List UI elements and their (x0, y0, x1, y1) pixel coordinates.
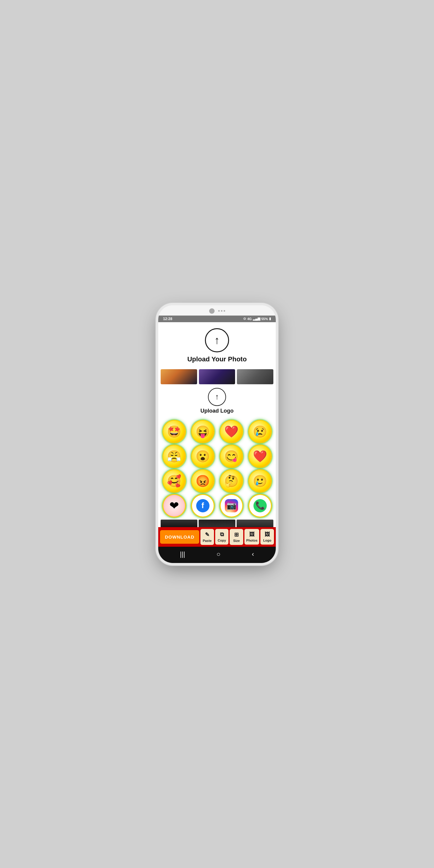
app-content: ↑ Upload Your Photo ↑ Upload Logo 🤩 😝 ❤️… (158, 322, 276, 527)
copy-label: Copy (218, 538, 226, 542)
photos-icon: 🖼 (249, 531, 255, 538)
paste-label: Paste (203, 539, 212, 542)
whatsapp-icon: 📞 (253, 499, 267, 513)
bottom-strip-2[interactable] (198, 520, 236, 527)
photo-thumb-3[interactable] (237, 369, 273, 384)
emoji-item-16[interactable]: 📞 (249, 495, 271, 517)
emoji-item-6[interactable]: 😮 (192, 445, 214, 467)
copy-button[interactable]: ⧉ Copy (215, 529, 229, 545)
camera-icon (209, 308, 215, 314)
upload-arrow-icon: ↑ (214, 335, 220, 346)
paste-button[interactable]: ✎ Paste (200, 529, 214, 545)
upload-photo-section: ↑ Upload Your Photo (158, 322, 276, 369)
status-bar: 12:28 ⊙ 4G ▂▄▆ 55% ▮ (158, 315, 276, 322)
emoji-grid: 🤩 😝 ❤️ 😢 😤 😮 😋 ❤️ 🥰 😡 🤔 🥲 ❤ f 📷 📞 (158, 421, 276, 520)
emoji-item-1[interactable]: 🤩 (163, 421, 185, 442)
photos-label: Photos (246, 538, 257, 542)
size-label: Size (233, 539, 240, 542)
copy-icon: ⧉ (220, 531, 224, 538)
emoji-item-4[interactable]: 😢 (249, 421, 271, 442)
logo-icon: 🖼 (265, 531, 270, 538)
emoji-item-13[interactable]: ❤ (163, 495, 185, 517)
time: 12:28 (163, 317, 173, 321)
bottom-toolbar: DOWNLOAD ✎ Paste ⧉ Copy ⊞ Size 🖼 Photos … (158, 527, 276, 547)
upload-photo-button[interactable]: ↑ (205, 328, 229, 352)
upload-logo-button[interactable]: ↑ (208, 388, 226, 406)
paste-icon: ✎ (205, 531, 210, 538)
logo-label: Logo (263, 538, 271, 542)
emoji-item-10[interactable]: 😡 (192, 470, 214, 492)
emoji-item-3[interactable]: ❤️ (221, 421, 242, 442)
photo-thumb-1[interactable] (161, 369, 197, 384)
emoji-item-7[interactable]: 😋 (221, 445, 242, 467)
back-nav-button[interactable]: ‹ (252, 550, 254, 558)
upload-logo-section: ↑ Upload Logo (158, 388, 276, 421)
upload-logo-title: Upload Logo (200, 408, 234, 414)
signal-bars: ▂▄▆ (253, 317, 260, 321)
wifi-icon: ⊙ (243, 317, 246, 321)
status-right: ⊙ 4G ▂▄▆ 55% ▮ (243, 317, 271, 321)
size-icon: ⊞ (234, 531, 239, 538)
bottom-strip-1[interactable] (161, 520, 197, 527)
emoji-item-11[interactable]: 🤔 (221, 470, 242, 492)
photo-strip (158, 369, 276, 384)
instagram-icon: 📷 (225, 499, 238, 513)
photo-thumb-2[interactable] (199, 369, 236, 384)
home-nav-button[interactable]: ○ (216, 550, 220, 558)
battery: 55% (261, 317, 268, 321)
phone-top-bar (158, 305, 276, 315)
emoji-item-14[interactable]: f (192, 495, 214, 517)
emoji-item-2[interactable]: 😝 (192, 421, 214, 442)
logo-button[interactable]: 🖼 Logo (260, 529, 274, 545)
emoji-item-8[interactable]: ❤️ (249, 445, 271, 467)
bottom-strip-3[interactable] (237, 520, 273, 527)
photos-button[interactable]: 🖼 Photos (244, 529, 259, 545)
battery-icon: ▮ (269, 317, 271, 321)
emoji-item-5[interactable]: 😤 (163, 445, 185, 467)
menu-nav-button[interactable]: ||| (180, 550, 185, 558)
upload-logo-arrow-icon: ↑ (215, 392, 219, 401)
emoji-item-12[interactable]: 🥲 (249, 470, 271, 492)
upload-photo-title: Upload Your Photo (187, 355, 247, 363)
network-type: 4G (247, 317, 252, 321)
nav-bar: ||| ○ ‹ (158, 547, 276, 563)
size-button[interactable]: ⊞ Size (230, 529, 243, 545)
speaker (218, 310, 225, 312)
phone-frame: 12:28 ⊙ 4G ▂▄▆ 55% ▮ ↑ Upload Your Photo (158, 305, 276, 563)
download-button[interactable]: DOWNLOAD (160, 530, 199, 544)
facebook-icon: f (196, 499, 210, 513)
bottom-strip (158, 520, 276, 527)
emoji-item-15[interactable]: 📷 (221, 495, 242, 517)
emoji-item-9[interactable]: 🥰 (163, 470, 185, 492)
